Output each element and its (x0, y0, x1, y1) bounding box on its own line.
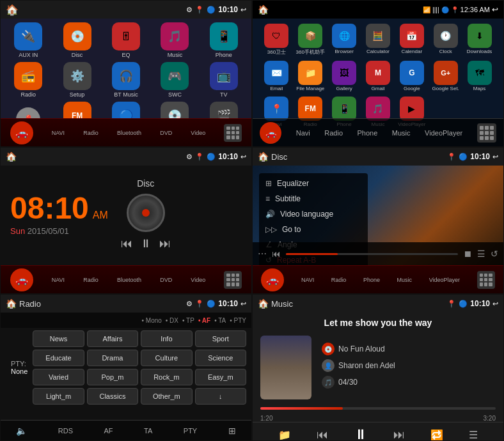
dvd-menu-goto[interactable]: ▷▷ Go to (259, 222, 368, 237)
radio-btn-rockm[interactable]: Rock_m (141, 369, 192, 385)
dvd-nav-car[interactable]: 🚗 (261, 268, 284, 291)
radio-btn-easym[interactable]: Easy_m (195, 369, 246, 385)
android-app-360assist[interactable]: 📦 360手机助手 (294, 24, 327, 56)
radio-btn-educate[interactable]: Educate (33, 350, 84, 366)
android-nav-radio[interactable]: Radio (324, 129, 343, 137)
android-app-calculator[interactable]: 🧮 Calculator (362, 24, 395, 56)
radio-btn-varied[interactable]: Varied (33, 369, 84, 385)
dvd-menu-btn[interactable]: ⋯ (258, 249, 267, 259)
radio-btn-info[interactable]: Info (141, 330, 192, 347)
android-nav-car[interactable]: 🚗 (260, 122, 281, 144)
android-back[interactable]: ↩ (492, 5, 498, 14)
clock-nav-car[interactable]: 🚗 (10, 268, 33, 291)
dvd-menu-videolang[interactable]: 🔊 Video language (259, 206, 368, 222)
radio-btn-affairs[interactable]: Affairs (87, 330, 138, 347)
android-app-maps[interactable]: 🗺 Maps (463, 61, 496, 91)
android-app-downloads[interactable]: ⬇ Downloads (463, 24, 496, 56)
app-music[interactable]: 🎵 Music (152, 22, 197, 58)
app-radio[interactable]: 📻 Radio (6, 62, 51, 98)
dvd-nav-music[interactable]: Music (397, 277, 413, 283)
radio-btn-lightm[interactable]: Light_m (33, 388, 84, 405)
dvd-menu-subtitle[interactable]: ≡ Subtitle (259, 191, 368, 206)
android-nav-video[interactable]: VideoPlayer (425, 129, 462, 137)
music-next-btn[interactable]: ⏭ (393, 428, 405, 442)
dvd-nav-navi[interactable]: NAVI (301, 277, 314, 283)
music-prev-btn[interactable]: ⏮ (317, 428, 328, 442)
nav-grid-button[interactable] (224, 124, 242, 142)
nav-bluetooth[interactable]: Bluetooth (117, 130, 141, 136)
music-play-btn[interactable]: ⏸ (354, 426, 368, 441)
android-nav-phone[interactable]: Phone (358, 129, 378, 137)
clock-grid-btn[interactable] (224, 271, 242, 289)
radio-btn-down[interactable]: ↓ (195, 388, 246, 405)
clock-nav-bt[interactable]: Bluetooth (117, 277, 141, 283)
android-app-gmail[interactable]: M Gmail (362, 61, 395, 91)
dvd-grid-btn[interactable] (477, 271, 495, 289)
radio-btn-classics[interactable]: Classics (87, 388, 138, 405)
clock-back[interactable]: ↩ (240, 153, 246, 161)
back-icon[interactable]: ↩ (240, 6, 246, 14)
dvd-nav-radio[interactable]: Radio (331, 277, 347, 283)
disc-prev[interactable]: ⏮ (121, 237, 132, 251)
radio-bottom-pty[interactable]: PTY (184, 427, 197, 435)
android-app-gallery[interactable]: 🖼 Gallery (328, 61, 361, 91)
music-repeat-btn[interactable]: 🔁 (430, 429, 443, 441)
app-eq[interactable]: 🎚 EQ (104, 22, 148, 58)
radio-btn-science[interactable]: Science (195, 350, 246, 366)
radio-bottom-rds[interactable]: RDS (58, 427, 73, 435)
android-app-google[interactable]: G Google (395, 61, 428, 91)
dvd-nav-video[interactable]: VideoPlayer (429, 277, 460, 283)
app-tv[interactable]: 📺 TV (201, 62, 246, 98)
android-nav-music[interactable]: Music (392, 129, 411, 137)
radio-btn-drama[interactable]: Drama (87, 350, 138, 366)
android-app-email[interactable]: ✉️ Email (260, 61, 293, 91)
android-grid-btn[interactable] (477, 123, 496, 143)
radio-btn-culture[interactable]: Culture (141, 350, 192, 366)
dvd-menu-equalizer[interactable]: ⊞ Equalizer (259, 176, 368, 191)
app-setup[interactable]: ⚙️ Setup (54, 62, 99, 98)
app-phone[interactable]: 📱 Phone (201, 22, 246, 58)
android-app-360[interactable]: 🛡 360卫士 (260, 24, 293, 56)
nav-video[interactable]: Video (191, 130, 205, 136)
radio-settings-btn[interactable]: ⊞ (228, 426, 236, 436)
android-app-calendar[interactable]: 📅 Calendar (395, 24, 428, 56)
dvd-playlist[interactable]: ☰ (477, 249, 485, 259)
nav-radio[interactable]: Radio (83, 130, 98, 136)
dvd-back[interactable]: ↩ (492, 153, 498, 161)
app-aux[interactable]: 🔌 AUX IN (6, 22, 51, 58)
disc-play[interactable]: ⏸ (140, 237, 152, 251)
music-back[interactable]: ↩ (492, 300, 498, 308)
android-app-clock[interactable]: 🕐 Clock (429, 24, 462, 56)
radio-vol-icon[interactable]: 🔈 (16, 426, 27, 436)
clock-nav-radio[interactable]: Radio (83, 277, 98, 283)
app-swc[interactable]: 🎮 SWC (152, 62, 197, 98)
clock-nav-video[interactable]: Video (191, 277, 205, 283)
radio-back[interactable]: ↩ (240, 300, 246, 308)
app-disc[interactable]: 💿 Disc (54, 22, 99, 58)
disc-next[interactable]: ⏭ (159, 237, 171, 251)
android-nav-navi[interactable]: Navi (296, 129, 310, 137)
radio-bottom-ta[interactable]: TA (144, 427, 152, 435)
music-folder-btn[interactable]: 📁 (278, 429, 291, 441)
dvd-nav-phone[interactable]: Phone (363, 277, 380, 283)
app-btmusic[interactable]: 🎧 BT Music (104, 62, 148, 98)
nav-car-button[interactable]: 🚗 (10, 121, 33, 144)
clock-nav-navi[interactable]: NAVI (52, 277, 65, 283)
radio-btn-popm[interactable]: Pop_m (87, 369, 138, 385)
android-app-browser[interactable]: 🌐 Browser (328, 24, 361, 56)
android-app-googleset[interactable]: G+ Google Set. (429, 61, 462, 91)
dvd-rewind[interactable]: ⏮ (272, 249, 281, 259)
nav-navi[interactable]: NAVI (52, 130, 65, 136)
music-playlist-btn[interactable]: ☰ (469, 429, 478, 441)
radio-btn-news[interactable]: News (33, 330, 84, 347)
music-progress-bar[interactable] (260, 407, 496, 410)
radio-bottom-af[interactable]: AF (104, 427, 113, 435)
dvd-stop[interactable]: ⏹ (463, 249, 472, 259)
clock-nav-dvd[interactable]: DVD (160, 277, 172, 283)
android-app-filemanage[interactable]: 📁 File Manage (294, 61, 327, 91)
nav-dvd[interactable]: DVD (160, 130, 172, 136)
app-label-aux: AUX IN (19, 52, 38, 58)
dvd-repeat2[interactable]: ↺ (491, 249, 498, 259)
radio-btn-otherm[interactable]: Other_m (141, 388, 192, 405)
radio-btn-sport[interactable]: Sport (195, 330, 246, 347)
